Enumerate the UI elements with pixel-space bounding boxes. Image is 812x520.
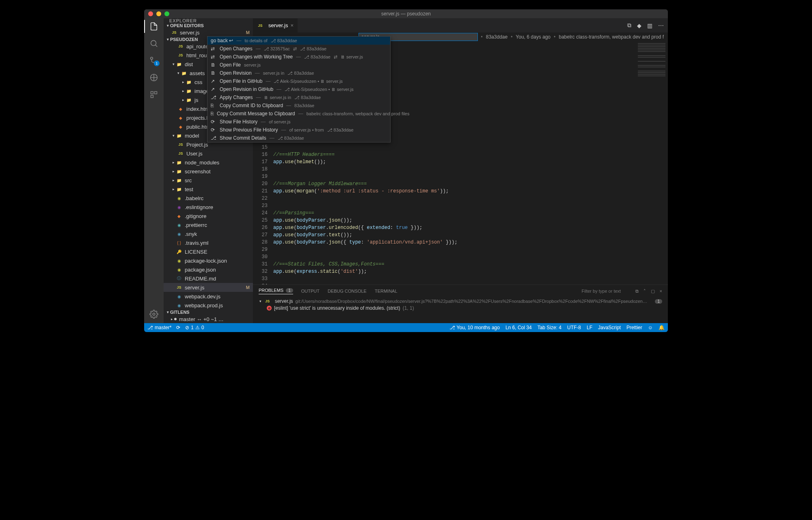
file-item[interactable]: ◉webpack.dev.js: [164, 292, 253, 301]
picker-item-open-revision[interactable]: 🗎Open Revision — server.js in ⎇ 83a3ddae: [207, 69, 390, 77]
activity-scm-icon[interactable]: 1: [149, 56, 159, 65]
collapse-icon[interactable]: ⧉: [635, 289, 639, 294]
activity-bar: 1: [144, 18, 164, 323]
problem-item[interactable]: ⊘ [eslint] 'use strict' is unnecessary i…: [259, 305, 662, 311]
picker-item-open-rev-github[interactable]: ↗Open Revision in GitHub — ⎇ Alek-S/pseu…: [207, 85, 390, 93]
window-close-button[interactable]: [148, 11, 153, 16]
status-branch[interactable]: ⎇ master*: [147, 325, 171, 330]
panel-tab-terminal[interactable]: TERMINAL: [375, 289, 397, 293]
picker-item-apply-changes[interactable]: ⎇Apply Changes — 🗎 server.js in ⎇ 83a3dd…: [207, 93, 390, 101]
git-icon[interactable]: ◆: [637, 22, 641, 29]
panel-tab-problems[interactable]: PROBLEMS 1: [259, 288, 293, 294]
activity-debug-icon[interactable]: [149, 73, 159, 82]
close-icon[interactable]: ×: [290, 22, 294, 28]
folder-item[interactable]: ▸📁test: [164, 185, 253, 194]
svg-rect-8: [155, 92, 157, 94]
compare-icon[interactable]: ⧉: [627, 22, 631, 29]
traffic-lights: [144, 11, 169, 16]
problems-panel: PROBLEMS 1 OUTPUT DEBUG CONSOLE TERMINAL…: [253, 285, 668, 323]
file-item[interactable]: ◉.snyk: [164, 229, 253, 238]
picker-item-file-history[interactable]: ⟳Show File History — of server.js: [207, 118, 390, 126]
problem-file-row[interactable]: ▾ JS server.js git:/Users/noradbase/Drop…: [259, 298, 662, 304]
window-title: server.js — pseudozen: [381, 11, 431, 17]
gitlens-header[interactable]: ▾GITLENS: [164, 310, 253, 315]
problems-badge: 1: [286, 288, 293, 293]
folder-item[interactable]: ▸📁screenshot: [164, 167, 253, 176]
file-item[interactable]: 🔑LICENSE: [164, 247, 253, 256]
js-icon: JS: [265, 298, 270, 304]
status-encoding[interactable]: UTF-8: [567, 325, 581, 330]
status-language[interactable]: JavaScript: [598, 325, 621, 330]
vscode-window: server.js — pseudozen 1: [144, 9, 668, 332]
activity-settings-icon[interactable]: [149, 309, 159, 319]
editor-actions: ⧉ ◆ ▥ ⋯: [627, 18, 668, 32]
status-blame[interactable]: ⎇ You, 10 months ago: [449, 325, 500, 330]
svg-line-1: [155, 45, 158, 47]
file-item[interactable]: { }.travis.yml: [164, 238, 253, 247]
problems-filter-input[interactable]: [582, 289, 631, 293]
status-eol[interactable]: LF: [587, 325, 592, 330]
status-bell-icon[interactable]: 🔔: [659, 325, 665, 330]
split-icon[interactable]: ▥: [647, 22, 652, 29]
svg-point-10: [153, 313, 155, 315]
file-item[interactable]: JSUser.js: [164, 149, 253, 158]
titlebar: server.js — pseudozen: [144, 9, 668, 18]
gitlens-master[interactable]: ▸master ↔ +0 ~1 …: [164, 315, 253, 323]
file-item[interactable]: ⓘREADME.md: [164, 274, 253, 283]
editor-tab[interactable]: JS server.js ×: [253, 18, 298, 32]
chevron-up-icon[interactable]: ˄: [644, 289, 646, 294]
svg-rect-7: [151, 92, 153, 94]
breadcrumb-hash: 83a3ddae: [486, 34, 508, 40]
activity-extensions-icon[interactable]: [149, 90, 159, 99]
close-icon[interactable]: ×: [660, 289, 662, 293]
editor-tabs: JS server.js × ⧉ ◆ ▥ ⋯: [253, 18, 668, 32]
folder-item[interactable]: ▸📁node_modules: [164, 158, 253, 167]
picker-item-copy-msg[interactable]: ⎘Copy Commit Message to Clipboard — babe…: [207, 110, 390, 118]
tab-label: server.js: [268, 22, 288, 28]
picker-item-open-file[interactable]: 🗎Open File server.js: [207, 61, 390, 69]
svg-point-2: [151, 57, 153, 60]
window-minimize-button[interactable]: [156, 11, 161, 16]
maximize-icon[interactable]: ▢: [651, 289, 655, 294]
picker-item-prev-history[interactable]: ⟳Show Previous File History — of server.…: [207, 126, 390, 134]
status-prettier[interactable]: Prettier: [626, 325, 642, 330]
problems-list: ▾ JS server.js git:/Users/noradbase/Drop…: [253, 297, 668, 323]
js-icon: JS: [257, 22, 263, 29]
picker-item-goback[interactable]: go back ↩ — to details of ⎇ 83a3ddae: [207, 37, 390, 45]
file-item[interactable]: ◉package-lock.json: [164, 256, 253, 265]
activity-search-icon[interactable]: [149, 39, 159, 48]
file-item[interactable]: ◉package.json: [164, 265, 253, 274]
file-item[interactable]: ◉.eslintignore: [164, 203, 253, 211]
scm-badge: 1: [154, 60, 160, 66]
panel-tab-output[interactable]: OUTPUT: [301, 289, 320, 293]
panel-tab-debug[interactable]: DEBUG CONSOLE: [328, 289, 367, 293]
file-item[interactable]: ◉.prettierrc: [164, 220, 253, 229]
panel-tabs: PROBLEMS 1 OUTPUT DEBUG CONSOLE TERMINAL…: [253, 285, 668, 297]
status-indent[interactable]: Tab Size: 4: [538, 325, 561, 330]
status-problems[interactable]: ⊘ 1 ⚠ 0: [185, 325, 204, 330]
status-position[interactable]: Ln 6, Col 34: [505, 325, 532, 330]
folder-item[interactable]: ▸📁src: [164, 176, 253, 185]
open-editor-item[interactable]: JS server.js M: [164, 28, 253, 37]
command-picker: go back ↩ — to details of ⎇ 83a3ddae ⇄Op…: [207, 36, 391, 142]
picker-item-open-changes[interactable]: ⇄Open Changes — ⎇ 323575ac ⇄ ⎇ 83a3ddae: [207, 45, 390, 53]
file-item[interactable]: ◉webpack.prod.js: [164, 301, 253, 310]
activity-explorer-icon[interactable]: [149, 22, 159, 31]
picker-item-commit-details[interactable]: ⎇Show Commit Details — ⎇ 83a3ddae: [207, 134, 390, 142]
status-feedback-icon[interactable]: ☺: [648, 325, 653, 330]
file-item[interactable]: JSserver.jsM: [164, 283, 253, 292]
breadcrumb-author: You, 6 days ago: [516, 34, 551, 40]
svg-rect-9: [151, 95, 153, 98]
picker-item-open-changes-wt[interactable]: ⇄Open Changes with Working Tree — ⎇ 83a3…: [207, 53, 390, 61]
more-icon[interactable]: ⋯: [658, 22, 664, 29]
file-item[interactable]: ◉.babelrc: [164, 194, 253, 203]
picker-item-open-github[interactable]: ↗Open File in GitHub — ⎇ Alek-S/pseudoze…: [207, 77, 390, 85]
breadcrumb-msg: babelrc class-transform, webpack dev and…: [559, 34, 664, 40]
open-editors-header[interactable]: ▾OPEN EDITORS: [164, 23, 253, 28]
picker-item-copy-id[interactable]: ⎘Copy Commit ID to Clipboard — 83a3ddae: [207, 101, 390, 110]
window-maximize-button[interactable]: [164, 11, 169, 16]
status-sync[interactable]: ⟳: [176, 325, 180, 330]
error-icon: ⊘: [267, 306, 272, 311]
minimap[interactable]: [635, 41, 668, 285]
file-item[interactable]: ◆.gitignore: [164, 211, 253, 220]
